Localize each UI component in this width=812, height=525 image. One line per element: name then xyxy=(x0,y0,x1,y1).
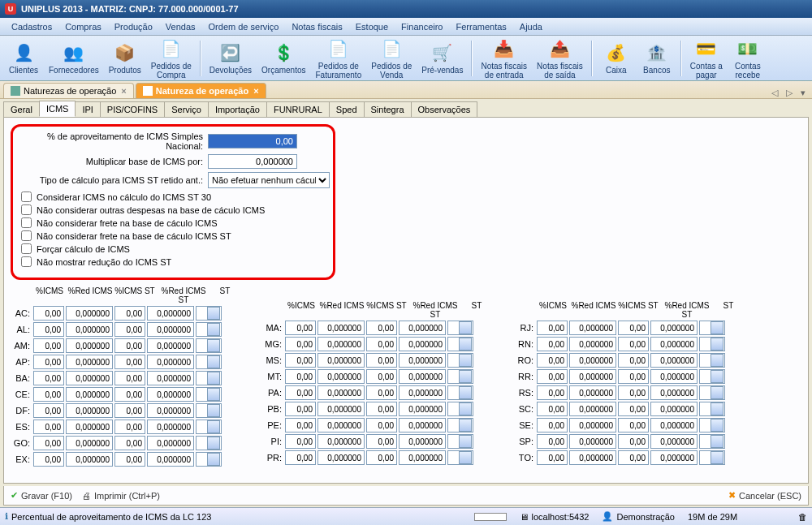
state-input[interactable] xyxy=(317,337,365,351)
state-input[interactable] xyxy=(650,402,698,416)
state-input[interactable] xyxy=(285,337,316,351)
state-st-select[interactable] xyxy=(447,434,473,449)
toolbar-bancos[interactable]: 🏦Bancos xyxy=(637,40,677,76)
state-input[interactable] xyxy=(569,402,616,416)
state-input[interactable] xyxy=(114,355,145,369)
toolbar-contas[interactable]: 💵Contasrecebe xyxy=(728,36,768,81)
state-input[interactable] xyxy=(33,436,64,450)
inner-tab-observações[interactable]: Observações xyxy=(411,101,478,117)
state-input[interactable] xyxy=(366,402,397,416)
toolbar-clientes[interactable]: 👤Clientes xyxy=(3,40,44,76)
state-input[interactable] xyxy=(285,434,316,449)
state-input[interactable] xyxy=(650,321,698,335)
state-input[interactable] xyxy=(537,369,568,384)
trash-icon[interactable]: 🗑 xyxy=(798,512,807,522)
input-aproveitamento[interactable] xyxy=(208,134,297,148)
state-input[interactable] xyxy=(650,450,698,465)
state-st-select[interactable] xyxy=(196,387,222,402)
state-input[interactable] xyxy=(33,306,64,321)
checkbox-0[interactable] xyxy=(21,191,32,202)
print-button[interactable]: 🖨 Imprimir (Ctrl+P) xyxy=(82,491,160,501)
state-input[interactable] xyxy=(537,418,568,432)
state-input[interactable] xyxy=(147,387,194,402)
state-input[interactable] xyxy=(66,403,113,418)
state-st-select[interactable] xyxy=(196,338,222,353)
tab-prev-icon[interactable]: ◁ xyxy=(768,88,781,98)
toolbar-produtos[interactable]: 📦Produtos xyxy=(104,40,146,76)
state-input[interactable] xyxy=(366,369,397,384)
state-input[interactable] xyxy=(366,418,397,432)
state-st-select[interactable] xyxy=(699,385,725,400)
state-input[interactable] xyxy=(317,369,365,384)
state-input[interactable] xyxy=(650,353,698,368)
state-input[interactable] xyxy=(317,385,365,400)
state-input[interactable] xyxy=(569,353,616,368)
state-input[interactable] xyxy=(33,355,64,369)
state-st-select[interactable] xyxy=(447,418,473,432)
state-input[interactable] xyxy=(317,434,365,449)
state-input[interactable] xyxy=(114,338,145,353)
state-st-select[interactable] xyxy=(447,337,473,351)
close-tab-icon[interactable]: × xyxy=(253,86,258,96)
state-st-select[interactable] xyxy=(699,418,725,432)
menu-item-estoque[interactable]: Estoque xyxy=(349,22,395,32)
state-st-select[interactable] xyxy=(447,369,473,384)
state-input[interactable] xyxy=(569,418,616,432)
state-input[interactable] xyxy=(33,403,64,418)
state-input[interactable] xyxy=(66,338,113,353)
toolbar-orçamentos[interactable]: 💲Orçamentos xyxy=(257,40,310,76)
state-st-select[interactable] xyxy=(699,321,725,335)
state-input[interactable] xyxy=(114,387,145,402)
state-input[interactable] xyxy=(66,420,113,434)
state-st-select[interactable] xyxy=(196,306,222,321)
checkbox-1[interactable] xyxy=(21,204,32,215)
state-input[interactable] xyxy=(33,420,64,434)
state-input[interactable] xyxy=(317,418,365,432)
inner-tab-ipi[interactable]: IPI xyxy=(75,101,100,117)
state-input[interactable] xyxy=(114,371,145,385)
state-input[interactable] xyxy=(537,385,568,400)
state-input[interactable] xyxy=(66,355,113,369)
state-input[interactable] xyxy=(399,369,446,384)
state-input[interactable] xyxy=(569,337,616,351)
state-input[interactable] xyxy=(66,387,113,402)
checkbox-4[interactable] xyxy=(21,243,32,254)
state-input[interactable] xyxy=(618,434,649,449)
state-st-select[interactable] xyxy=(699,402,725,416)
state-input[interactable] xyxy=(618,450,649,465)
menu-item-produção[interactable]: Produção xyxy=(108,22,159,32)
state-input[interactable] xyxy=(147,338,194,353)
inner-tab-sintegra[interactable]: Sintegra xyxy=(364,101,412,117)
state-input[interactable] xyxy=(537,353,568,368)
state-input[interactable] xyxy=(650,434,698,449)
state-input[interactable] xyxy=(33,452,64,467)
checkbox-3[interactable] xyxy=(21,230,32,241)
state-input[interactable] xyxy=(114,436,145,450)
state-input[interactable] xyxy=(618,369,649,384)
toolbar-caixa[interactable]: 💰Caixa xyxy=(596,40,637,76)
state-st-select[interactable] xyxy=(196,403,222,418)
state-input[interactable] xyxy=(114,322,145,337)
cancel-button[interactable]: ✖ Cancelar (ESC) xyxy=(728,490,801,501)
state-input[interactable] xyxy=(569,450,616,465)
state-st-select[interactable] xyxy=(699,337,725,351)
menu-item-ordem-de-serviço[interactable]: Ordem de serviço xyxy=(202,22,286,32)
menu-item-notas-fiscais[interactable]: Notas fiscais xyxy=(285,22,348,32)
menu-item-compras[interactable]: Compras xyxy=(58,22,108,32)
state-st-select[interactable] xyxy=(196,436,222,450)
state-input[interactable] xyxy=(650,337,698,351)
state-input[interactable] xyxy=(317,321,365,335)
state-input[interactable] xyxy=(399,353,446,368)
state-st-select[interactable] xyxy=(196,452,222,467)
state-input[interactable] xyxy=(366,353,397,368)
state-input[interactable] xyxy=(366,434,397,449)
state-input[interactable] xyxy=(147,403,194,418)
state-input[interactable] xyxy=(650,385,698,400)
state-st-select[interactable] xyxy=(447,402,473,416)
state-input[interactable] xyxy=(366,321,397,335)
state-input[interactable] xyxy=(569,369,616,384)
state-st-select[interactable] xyxy=(447,385,473,400)
tab-menu-icon[interactable]: ▾ xyxy=(797,88,809,98)
state-st-select[interactable] xyxy=(699,369,725,384)
state-input[interactable] xyxy=(66,322,113,337)
